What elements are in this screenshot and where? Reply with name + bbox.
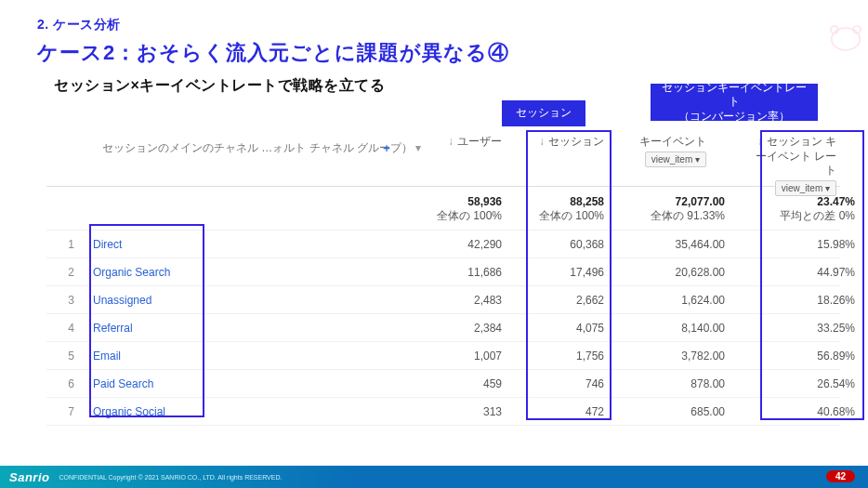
col-user[interactable]: ↓ユーザー [418,135,502,150]
cell-user: 2,483 [418,294,502,307]
cell-session: 1,756 [520,350,604,363]
footer-logo: Sanrio [9,470,49,484]
cell-keyevent: 685.00 [623,405,725,418]
table-row[interactable]: 5Email1,0071,7563,782.0056.89% [46,342,840,370]
table-row[interactable]: 6Paid Search459746878.0026.54% [46,370,840,398]
channel-name[interactable]: Email [93,350,335,363]
table-row[interactable]: 7Organic Social313472685.0040.68% [46,398,840,426]
row-index: 1 [46,238,74,251]
channel-name[interactable]: Organic Search [93,266,335,279]
row-index: 3 [46,294,74,307]
cell-session: 472 [520,405,604,418]
cell-rate: 26.54% [753,377,855,390]
cell-user: 459 [418,377,502,390]
cell-session: 4,075 [520,322,604,335]
svg-point-0 [832,28,860,50]
totals-row: 58,936全体の 100% 88,258全体の 100% 72,077.00全… [46,187,840,231]
kitty-logo-icon [827,19,864,56]
channel-name[interactable]: Direct [93,238,335,251]
cell-rate: 40.68% [753,405,855,418]
col-session[interactable]: ↓セッション [520,135,604,150]
cell-rate: 44.97% [753,266,855,279]
table-row[interactable]: 4Referral2,3844,0758,140.0033.25% [46,314,840,342]
cell-keyevent: 3,782.00 [623,350,725,363]
footer-bar: Sanrio CONFIDENTIAL Copyright © 2021 SAN… [0,466,868,488]
section-eyebrow: 2. ケース分析 [37,17,840,33]
cell-user: 42,290 [418,238,502,251]
channel-name[interactable]: Unassigned [93,294,335,307]
dimension-picker[interactable]: セッションのメインのチャネル …ォルト チャネル グループ） ▾ [102,140,421,156]
cell-rate: 15.98% [753,238,855,251]
cell-user: 1,007 [418,350,502,363]
cell-keyevent: 878.00 [623,377,725,390]
cell-user: 313 [418,405,502,418]
cell-keyevent: 1,624.00 [623,294,725,307]
col-keyevent[interactable]: ↓キーイベントview_item ▾ [623,135,706,167]
cell-rate: 56.89% [753,350,855,363]
cell-session: 746 [520,377,604,390]
table-row[interactable]: 2Organic Search11,68617,49620,628.0044.9… [46,258,840,286]
cell-rate: 18.26% [753,294,855,307]
cell-keyevent: 20,628.00 [623,266,725,279]
cell-user: 11,686 [418,266,502,279]
cell-keyevent: 35,464.00 [623,238,725,251]
cell-user: 2,384 [418,322,502,335]
add-dimension-button[interactable]: ＋ [381,140,392,156]
row-index: 4 [46,322,74,335]
cell-rate: 33.25% [753,322,855,335]
row-index: 5 [46,350,74,363]
slide-title: ケース2：おそらく流入元ごとに課題が異なる④ [37,39,840,67]
channel-name[interactable]: Referral [93,322,335,335]
channel-name[interactable]: Organic Social [93,405,335,418]
analytics-table: セッションのメインのチャネル …ォルト チャネル グループ） ▾ ＋ ↓ユーザー… [46,135,840,455]
cell-keyevent: 8,140.00 [623,322,725,335]
page-number: 42 [826,470,855,482]
keyevent-dropdown[interactable]: view_item ▾ [645,152,706,167]
row-index: 2 [46,266,74,279]
footer-confidential: CONFIDENTIAL Copyright © 2021 SANRIO CO.… [59,474,282,481]
cell-session: 2,662 [520,294,604,307]
callout-session: セッション [502,100,585,126]
channel-name[interactable]: Paid Search [93,377,335,390]
cell-session: 17,496 [520,266,604,279]
row-index: 7 [46,405,74,418]
table-row[interactable]: 3Unassigned2,4832,6621,624.0018.26% [46,286,840,314]
cell-session: 60,368 [520,238,604,251]
row-index: 6 [46,377,74,390]
callout-conversion-rate: セッションキーイベントレート （コンバージョン率） [651,84,818,121]
table-row[interactable]: 1Direct42,29060,36835,464.0015.98% [46,231,840,258]
